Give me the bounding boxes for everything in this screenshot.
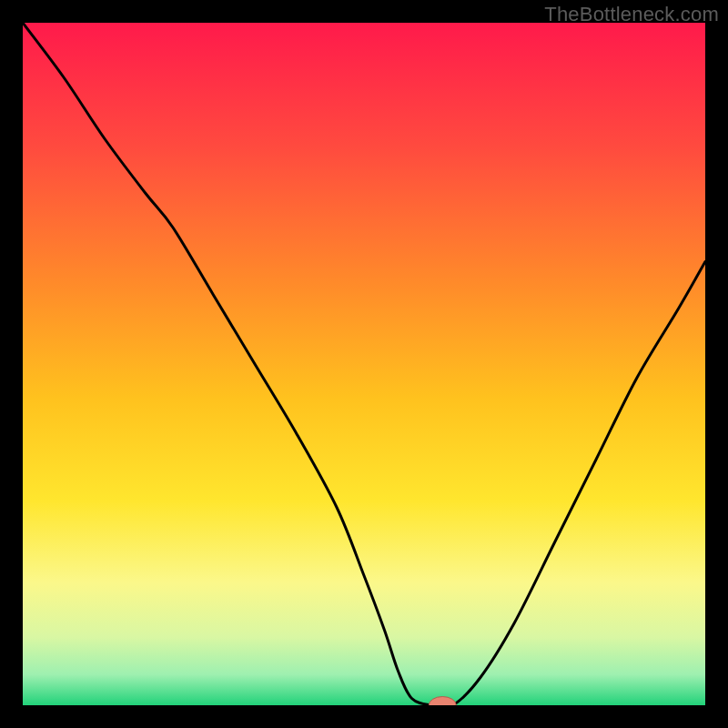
- chart-frame: TheBottleneck.com: [0, 0, 728, 728]
- plot-area: [23, 23, 705, 705]
- chart-svg: [23, 23, 705, 705]
- gradient-background: [23, 23, 705, 705]
